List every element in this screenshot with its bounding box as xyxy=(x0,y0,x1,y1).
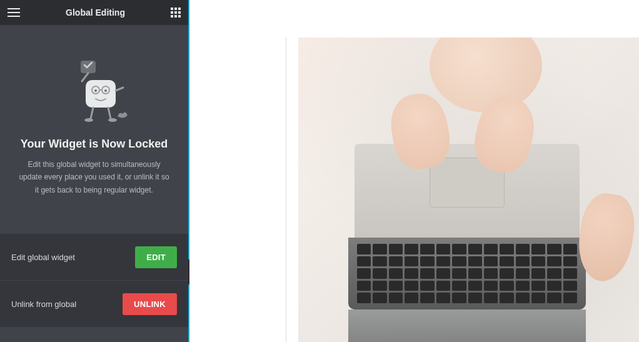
editor-canvas[interactable] xyxy=(189,0,644,342)
locked-description: Edit this global widget to simultaneousl… xyxy=(13,158,176,196)
edit-global-label: Edit global widget xyxy=(11,253,75,262)
unlink-global-row: Unlink from global UNLINK xyxy=(0,281,188,328)
photo-laptop-screen xyxy=(348,309,586,342)
panel-title: Global Editing xyxy=(66,8,125,18)
photo-laptop xyxy=(355,144,580,331)
edit-global-row: Edit global widget EDIT xyxy=(0,234,188,281)
svg-line-9 xyxy=(108,108,111,119)
menu-icon[interactable] xyxy=(8,8,20,17)
sidebar-header: Global Editing xyxy=(0,0,188,25)
svg-rect-2 xyxy=(86,80,116,108)
apps-grid-icon[interactable] xyxy=(171,8,181,18)
image-widget[interactable] xyxy=(298,38,639,342)
svg-line-12 xyxy=(116,88,123,91)
svg-point-7 xyxy=(104,89,107,92)
photo-keyboard xyxy=(348,238,586,309)
unlink-button[interactable]: UNLINK xyxy=(123,293,177,315)
edit-button[interactable]: EDIT xyxy=(135,246,177,268)
action-rows: Edit global widget EDIT Unlink from glob… xyxy=(0,234,188,328)
locked-title: Your Widget is Now Locked xyxy=(13,138,176,151)
editor-sidebar: Global Editing xyxy=(0,0,189,342)
svg-point-6 xyxy=(94,89,97,92)
svg-line-1 xyxy=(82,73,88,81)
locked-mascot-illustration xyxy=(57,56,132,125)
svg-point-11 xyxy=(108,118,117,122)
locked-widget-info: Your Widget is Now Locked Edit this glob… xyxy=(0,25,188,209)
svg-line-8 xyxy=(91,108,93,119)
unlink-global-label: Unlink from global xyxy=(11,299,76,309)
column-divider xyxy=(286,38,286,342)
svg-point-10 xyxy=(84,118,93,122)
